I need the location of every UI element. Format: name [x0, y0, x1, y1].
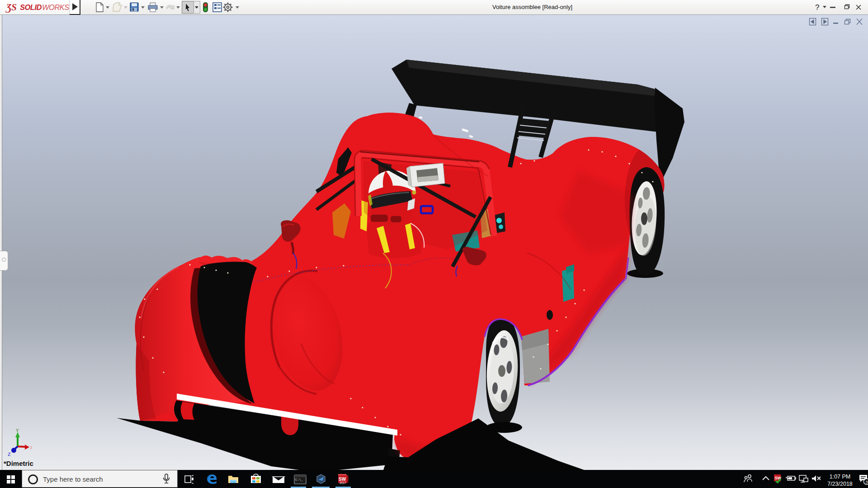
svg-text:?: ?	[815, 3, 819, 12]
svg-text:7/23/2018: 7/23/2018	[827, 481, 853, 487]
svg-text:C:\_: C:\_	[295, 478, 303, 482]
svg-text:1:07 PM: 1:07 PM	[830, 474, 851, 480]
svg-text:Z: Z	[8, 452, 11, 457]
svg-text:2017: 2017	[340, 481, 346, 484]
svg-text:X: X	[30, 445, 32, 450]
svg-text:3: 3	[865, 479, 868, 484]
